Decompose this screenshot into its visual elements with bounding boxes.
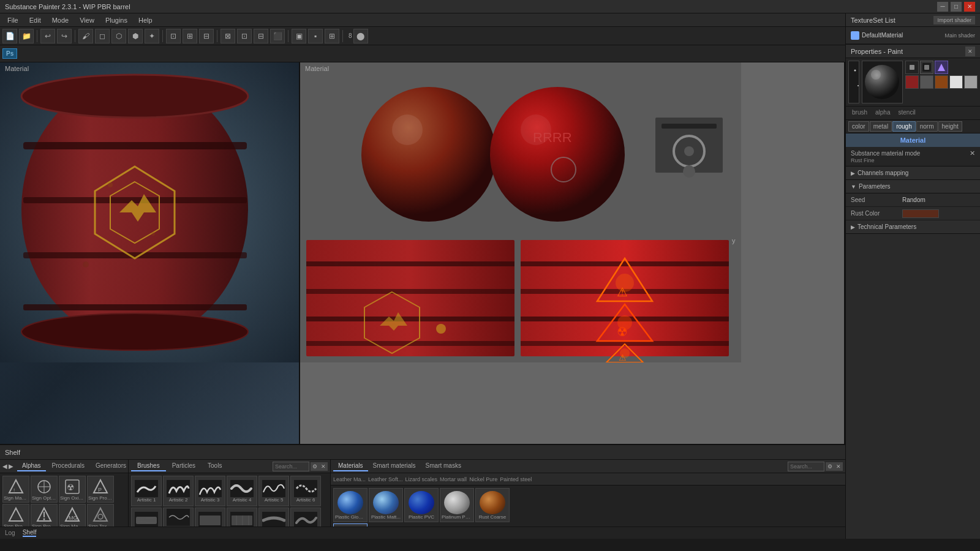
paint-tool[interactable]: 🖌 [78, 29, 93, 43]
shelf-item-sign-protect1[interactable]: P Sign Protect... [87, 476, 114, 503]
mat-plastic-matt[interactable]: Plastic Matt... [369, 488, 403, 522]
tab-stencil-label[interactable]: stencil [894, 108, 919, 118]
brush-size-icon[interactable]: ⬤ [353, 29, 368, 43]
tab-norm[interactable]: norm [916, 121, 938, 132]
brush-artistic5[interactable]: Artistic 5 [258, 476, 289, 506]
shelf-item-sign-protect3[interactable]: Sign Protect... [31, 504, 58, 527]
substance-mode-close[interactable]: ✕ [970, 149, 975, 157]
transform-tool[interactable]: ⊞ [183, 29, 197, 43]
tab-rough[interactable]: rough [892, 121, 916, 132]
shelf-item-sign-oxidize[interactable]: ☢ Sign Oxidize... [59, 476, 86, 503]
shelf-item-sign-optical[interactable]: Sign Optical... [31, 476, 58, 503]
brush-bark1[interactable]: Bark 1 [131, 508, 162, 527]
properties-close-button[interactable]: ✕ [965, 47, 975, 56]
color-swatch-silver[interactable] [964, 75, 978, 89]
mat-rust-coarse[interactable]: Rust Coarse [475, 488, 510, 522]
measure-tool[interactable]: ⊟ [199, 29, 214, 43]
minimize-button[interactable]: ─ [937, 2, 948, 12]
shelf-item-sign-protect2[interactable]: Sign Protect... [2, 504, 29, 527]
channels-mapping-header[interactable]: ▶ Channels mapping [846, 167, 980, 180]
shelf-item-sign-toxic[interactable]: Sign Toxic... [87, 504, 114, 527]
grid-button[interactable]: ⊠ [221, 29, 235, 43]
shelf-prev-icon[interactable]: ◀ [2, 463, 7, 470]
brush-cement2[interactable]: Cement 2 [227, 508, 257, 527]
brush-shape-1[interactable] [905, 61, 919, 74]
tab-particles[interactable]: Particles [166, 461, 202, 471]
brushes-search-input[interactable] [273, 462, 309, 471]
symmetry-button[interactable]: ⊟ [254, 29, 268, 43]
tab-generators[interactable]: Generators [91, 461, 131, 471]
menu-mode[interactable]: Mode [47, 15, 74, 25]
menu-view[interactable]: View [75, 15, 99, 25]
brushes-close-button[interactable]: ✕ [319, 462, 328, 471]
brush-chalk2[interactable]: Chalk 2 [290, 508, 321, 527]
mat-subtab-2[interactable]: Leather Soft... [368, 476, 403, 482]
shelf-item-sign-magne[interactable]: ! Sign Magne... [2, 476, 29, 503]
mirror-button[interactable]: ⬛ [270, 29, 285, 43]
brush-artistic1[interactable]: Artistic 1 [131, 476, 162, 506]
menu-plugins[interactable]: Plugins [100, 15, 132, 25]
view-both[interactable]: ⊞ [325, 29, 339, 43]
tab-metal[interactable]: metal [870, 121, 892, 132]
maximize-button[interactable]: □ [951, 2, 962, 12]
tab-shelf[interactable]: Shelf [23, 529, 37, 537]
color-swatch-white[interactable] [949, 75, 963, 89]
brush-shape-2[interactable] [920, 61, 933, 74]
snap-button[interactable]: ⊡ [237, 29, 252, 43]
color-swatch-grey[interactable] [920, 75, 933, 89]
view-2d[interactable]: ▪ [308, 29, 323, 43]
materials-search-input[interactable] [788, 462, 824, 471]
brush-basmati[interactable]: Basmati Brus... [163, 508, 194, 527]
mat-platinum-pure[interactable]: Platinum Pure [440, 488, 474, 522]
color-swatch-rust[interactable] [935, 75, 948, 89]
tab-log[interactable]: Log [5, 530, 15, 536]
rust-color-swatch[interactable] [902, 209, 939, 218]
menu-help[interactable]: Help [134, 15, 157, 25]
fill-tool[interactable]: ⬡ [111, 29, 126, 43]
tab-color[interactable]: color [848, 121, 869, 132]
import-shader-button[interactable]: Import shader [933, 16, 975, 24]
tab-smart-materials[interactable]: Smart materials [368, 461, 421, 471]
smudge-tool[interactable]: ✦ [145, 29, 159, 43]
tab-brush-label[interactable]: brush [848, 108, 871, 118]
mat-plastic-pvc[interactable]: Plastic PVC [404, 488, 439, 522]
brushes-settings-button[interactable]: ⚙ [311, 462, 319, 471]
color-swatch-red[interactable] [905, 75, 919, 89]
tab-alpha-label[interactable]: alpha [872, 108, 894, 118]
tab-brushes[interactable]: Brushes [131, 461, 166, 471]
shelf-next-icon[interactable]: ▶ [9, 463, 13, 470]
textureset-item[interactable]: DefaultMaterial Main shader [846, 27, 980, 44]
redo-button[interactable]: ↪ [57, 29, 72, 43]
shelf-item-sign-magne2[interactable]: MG Sign Magne... [59, 504, 86, 527]
undo-button[interactable]: ↩ [40, 29, 55, 43]
brush-chalk1[interactable]: Chalk 1 [258, 508, 289, 527]
mat-subtab-4[interactable]: Mortar wall [440, 476, 467, 482]
select-tool[interactable]: ⊡ [166, 29, 181, 43]
materials-close-button[interactable]: ✕ [834, 462, 843, 471]
view-3d[interactable]: ▣ [292, 29, 306, 43]
tab-tools[interactable]: Tools [202, 461, 228, 471]
mat-plastic-gloss[interactable]: Plastic Gloss... [333, 488, 368, 522]
tab-procedurals[interactable]: Procedurals [47, 461, 89, 471]
new-button[interactable]: 📄 [2, 29, 17, 43]
brush-artistic2[interactable]: Artistic 2 [163, 476, 194, 506]
mat-subtab-6[interactable]: Painted steel [500, 476, 532, 482]
close-button[interactable]: ✕ [964, 2, 975, 12]
parameters-header[interactable]: ▼ Parameters [846, 180, 980, 193]
tab-height[interactable]: height [938, 121, 962, 132]
technical-params-header[interactable]: ▶ Technical Parameters [846, 220, 980, 234]
erase-tool[interactable]: ◻ [95, 29, 110, 43]
menu-file[interactable]: File [2, 15, 23, 25]
mat-subtab-3[interactable]: Lizard scales [405, 476, 438, 482]
brush-artistic3[interactable]: Artistic 3 [195, 476, 225, 506]
brush-artistic6[interactable]: Artistic 6 [290, 476, 321, 506]
tab-alphas[interactable]: Alphas [17, 461, 46, 471]
materials-settings-button[interactable]: ⚙ [826, 462, 834, 471]
tab-materials[interactable]: Materials [333, 461, 368, 471]
brush-cement1[interactable]: Cement 1 [195, 508, 225, 527]
open-button[interactable]: 📁 [19, 29, 34, 43]
clone-tool[interactable]: ⬢ [128, 29, 143, 43]
menu-edit[interactable]: Edit [24, 15, 46, 25]
tab-smart-masks[interactable]: Smart masks [421, 461, 466, 471]
brush-artistic4[interactable]: Artistic 4 [227, 476, 257, 506]
